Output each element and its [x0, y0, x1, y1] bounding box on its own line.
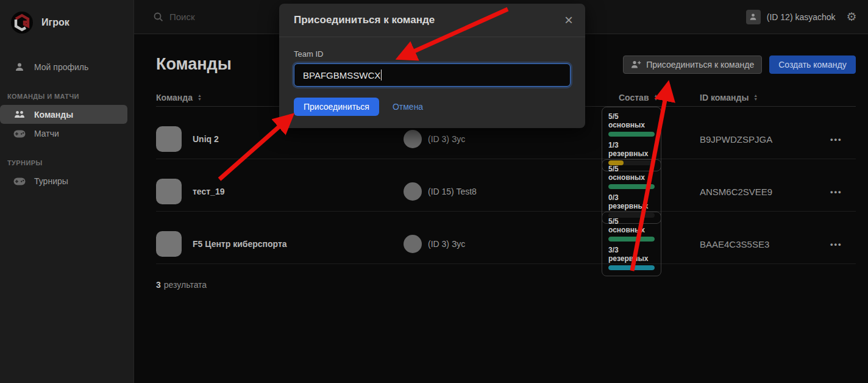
main-roster-bar — [608, 132, 655, 137]
team-avatar — [156, 126, 182, 152]
sidebar-section-teams-matches: КОМАНДЫ И МАТЧИ — [7, 93, 133, 100]
captain-avatar — [404, 235, 422, 253]
sidebar-section-tournaments: ТУРНИРЫ — [7, 159, 133, 166]
join-team-button[interactable]: Присоединиться к команде — [623, 55, 762, 74]
main-roster-label: 5/5 основных — [608, 112, 655, 129]
main-roster-bar — [608, 184, 655, 189]
captain-avatar — [404, 130, 422, 148]
roster-badge: 5/5 основных 3/3 резервных — [602, 212, 661, 276]
team-id-field-label: Team ID — [294, 49, 571, 59]
row-actions-menu[interactable]: ••• — [830, 187, 856, 196]
sidebar-item-profile[interactable]: Мой профиль — [0, 57, 133, 77]
table-row[interactable]: F5 Центр киберспорта (ID 3) Зус 5/5 осно… — [156, 212, 856, 264]
captain-avatar — [404, 182, 422, 201]
team-name: F5 Центр киберспорта — [193, 239, 287, 249]
column-header-team-id[interactable]: ID команды ▲▼ — [700, 93, 830, 102]
reserve-roster-bar — [608, 265, 655, 270]
gear-icon[interactable]: ⚙ — [847, 11, 857, 23]
sidebar-item-label: Матчи — [34, 129, 59, 138]
sidebar-item-tournaments[interactable]: Турниры — [0, 171, 133, 191]
join-team-button-label: Присоединиться к команде — [646, 60, 754, 70]
users-group-icon — [13, 110, 26, 119]
results-count: 3результата — [156, 280, 856, 290]
sidebar-item-label: Команды — [34, 110, 73, 120]
search-icon — [154, 12, 163, 22]
create-team-button[interactable]: Создать команду — [769, 55, 855, 74]
sort-icon[interactable]: ▲▼ — [197, 94, 202, 101]
reserve-roster-label: 1/3 резервных — [608, 141, 655, 158]
person-icon — [13, 62, 26, 72]
sidebar-item-label: Мой профиль — [34, 62, 88, 72]
sidebar: Игрок Мой профиль КОМАНДЫ И МАТЧИ Команд… — [0, 0, 134, 383]
team-id-value: B9JPWDZSPJGA — [700, 134, 830, 145]
team-name: тест_19 — [193, 187, 224, 196]
gamepad-icon — [13, 177, 26, 185]
person-plus-icon — [631, 60, 641, 69]
join-team-modal: Присоединиться к команде × Team ID BPAFG… — [279, 4, 585, 128]
gamepad-icon — [13, 130, 26, 138]
modal-cancel-button[interactable]: Отмена — [393, 102, 423, 112]
reserve-roster-label: 3/3 резервных — [608, 246, 655, 263]
main-roster-label: 5/5 основных — [608, 217, 655, 234]
app-window: Игрок Мой профиль КОМАНДЫ И МАТЧИ Команд… — [0, 0, 868, 383]
main-roster-bar — [608, 237, 655, 242]
captain-name: (ID 3) Зус — [428, 239, 465, 249]
column-header-roster[interactable]: Состав ▲▼ — [602, 93, 700, 102]
close-icon[interactable]: × — [564, 13, 573, 27]
sidebar-item-label: Турниры — [34, 176, 68, 186]
team-avatar — [156, 231, 182, 257]
user-name[interactable]: (ID 12) kasyachok — [767, 12, 836, 22]
page-title: Команды — [156, 55, 232, 74]
modal-join-button[interactable]: Присоединиться — [294, 98, 379, 116]
team-id-value: BAAE4C3S5SE3 — [700, 239, 830, 249]
team-avatar — [156, 179, 182, 204]
team-id-value: ANSM6C2SVEE9 — [700, 187, 830, 197]
brand: Игрок — [0, 9, 133, 35]
user-avatar[interactable] — [746, 10, 761, 24]
sort-icon[interactable]: ▲▼ — [753, 94, 758, 101]
team-id-input[interactable]: BPAFGBMSSWCX — [294, 63, 571, 87]
main-roster-label: 5/5 основных — [608, 165, 655, 182]
app-logo-icon — [11, 12, 33, 34]
table-row[interactable]: тест_19 (ID 15) Test8 5/5 основных 0/3 р… — [156, 159, 856, 212]
modal-title: Присоединиться к команде — [294, 14, 435, 26]
team-name: Uniq 2 — [193, 134, 219, 144]
reserve-roster-label: 0/3 резервных — [608, 193, 655, 210]
row-actions-menu[interactable]: ••• — [830, 240, 856, 249]
text-caret — [381, 70, 382, 81]
captain-name: (ID 15) Test8 — [428, 187, 477, 196]
captain-name: (ID 3) Зус — [428, 134, 465, 144]
app-title: Игрок — [41, 17, 69, 28]
sort-icon[interactable]: ▲▼ — [654, 94, 658, 101]
sidebar-item-teams[interactable]: Команды — [0, 105, 127, 124]
row-actions-menu[interactable]: ••• — [830, 135, 856, 144]
sidebar-item-matches[interactable]: Матчи — [0, 124, 133, 143]
